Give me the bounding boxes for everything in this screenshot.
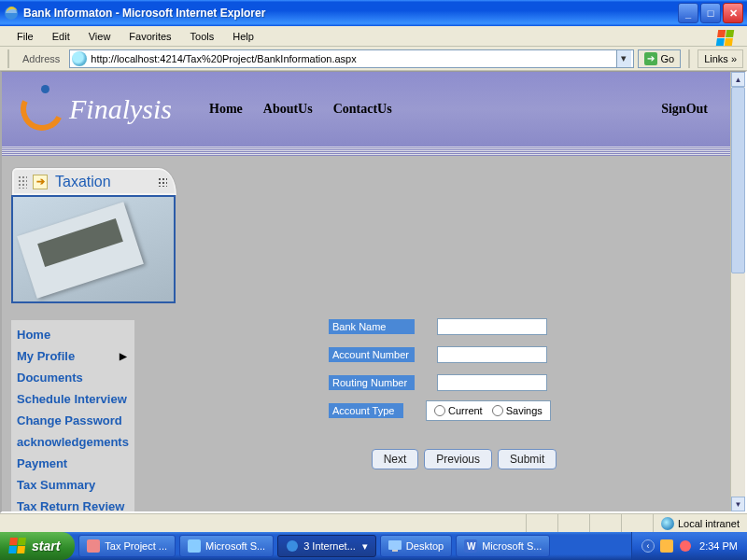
radio-savings-input[interactable]: [492, 405, 503, 416]
app-icon: [87, 539, 100, 553]
grip-separator: [7, 49, 9, 68]
radio-savings-text: Savings: [506, 405, 543, 416]
status-pane-main: [0, 514, 526, 532]
routing-number-input[interactable]: [437, 374, 547, 391]
start-button[interactable]: start: [0, 532, 75, 560]
sidebar-item-taxreturn[interactable]: Tax Return Review: [17, 496, 129, 511]
sidebar-item-home[interactable]: Home: [17, 324, 129, 345]
caret-right-icon: ▶: [120, 351, 127, 361]
scroll-track[interactable]: [731, 87, 745, 497]
sidebar-item-ack[interactable]: acknowledgements: [17, 431, 129, 453]
menu-view[interactable]: View: [79, 29, 120, 44]
sidebar-item-label: Tax Return Review: [17, 499, 124, 511]
form-row-routingnumber: Routing Number: [329, 372, 599, 393]
status-pane-1: [526, 514, 557, 532]
account-type-label: Account Type: [329, 403, 403, 418]
radio-current-label[interactable]: Current: [434, 405, 483, 416]
close-button[interactable]: ✕: [723, 3, 743, 23]
page-body: Finalysis Home AboutUs ContactUs SignOut…: [2, 72, 730, 511]
bank-name-input[interactable]: [437, 318, 547, 335]
sidebar-menu: Home My Profile▶ Documents Schedule Inte…: [11, 320, 134, 511]
tray-icon-1[interactable]: [660, 539, 673, 553]
scroll-thumb[interactable]: [731, 87, 745, 273]
address-box: ▾: [69, 49, 633, 68]
logo-mark-icon: [21, 88, 63, 131]
go-label: Go: [661, 53, 675, 64]
address-dropdown-button[interactable]: ▾: [616, 50, 631, 67]
grip-separator-2: [688, 49, 690, 68]
links-chevron-icon: »: [731, 53, 737, 64]
sidebar-item-documents[interactable]: Documents: [17, 367, 129, 388]
taskbar-item-mss1[interactable]: Microsoft S...: [179, 535, 274, 557]
sidebar-item-label: Documents: [17, 371, 83, 385]
sidebar-item-changepw[interactable]: Change Password: [17, 410, 129, 431]
nav-signout[interactable]: SignOut: [661, 102, 708, 117]
taskbar-item-taxproject[interactable]: Tax Project ...: [78, 535, 176, 557]
page-icon: [72, 51, 87, 66]
status-pane-zone: Local intranet: [653, 514, 747, 532]
sidebar-item-label: Schedule Interview: [17, 392, 127, 406]
zone-label: Local intranet: [678, 518, 740, 529]
svg-rect-1: [87, 539, 100, 553]
svg-rect-2: [188, 539, 201, 553]
tray-collapse-button[interactable]: ‹: [641, 539, 655, 553]
bank-name-label: Bank Name: [329, 319, 415, 334]
next-button[interactable]: Next: [372, 449, 419, 469]
address-input[interactable]: [91, 50, 615, 67]
nav-about[interactable]: AboutUs: [263, 102, 313, 117]
menu-edit[interactable]: Edit: [43, 29, 79, 44]
links-button[interactable]: Links »: [698, 49, 743, 68]
nav-home[interactable]: Home: [209, 102, 243, 117]
windows-taskbar: start Tax Project ... Microsoft S... 3 I…: [0, 532, 747, 560]
radio-current-input[interactable]: [434, 405, 445, 416]
account-number-input[interactable]: [437, 346, 547, 363]
taskbar-item-label: Desktop: [406, 540, 444, 552]
go-button[interactable]: ➔ Go: [638, 49, 682, 68]
taskbar-item-internet[interactable]: 3 Internet... ▾: [277, 535, 376, 557]
windows-flag-icon[interactable]: [717, 28, 736, 45]
window-title-bar: Bank Informaton - Microsoft Internet Exp…: [0, 0, 747, 26]
sidebar-item-label: Change Password: [17, 413, 122, 427]
account-number-label: Account Number: [329, 347, 415, 362]
taskbar-clock[interactable]: 2:34 PM: [699, 540, 738, 552]
sidebar-item-payment[interactable]: Payment: [17, 453, 129, 474]
status-pane-4: [621, 514, 653, 532]
taskbar-item-label: 3 Internet...: [303, 540, 356, 552]
nav-contact[interactable]: ContactUs: [333, 102, 392, 117]
taskbar-item-desktop[interactable]: Desktop: [380, 535, 452, 557]
sidebar-item-taxsummary[interactable]: Tax Summary: [17, 474, 129, 496]
radio-savings-label[interactable]: Savings: [492, 405, 543, 416]
windows-logo-icon: [8, 538, 27, 554]
sidebar-item-myprofile[interactable]: My Profile▶: [17, 345, 129, 367]
scroll-down-button[interactable]: ▼: [731, 497, 745, 511]
menu-file[interactable]: File: [7, 29, 43, 44]
sidebar-item-schedule[interactable]: Schedule Interview: [17, 388, 129, 410]
svg-rect-4: [388, 540, 402, 550]
maximize-button[interactable]: □: [700, 3, 721, 23]
logo-text: Finalysis: [69, 93, 172, 125]
sidebar-image: [11, 195, 176, 303]
sidebar-item-label: My Profile: [17, 349, 75, 363]
submit-button[interactable]: Submit: [498, 449, 557, 469]
banner-nav: Home AboutUs ContactUs: [209, 102, 392, 117]
form-row-accountnumber: Account Number: [329, 344, 599, 365]
window-buttons: _ □ ✕: [678, 3, 743, 23]
previous-button[interactable]: Previous: [424, 449, 492, 469]
sidebar-heading: Taxation: [55, 174, 111, 190]
menu-help[interactable]: Help: [223, 29, 263, 44]
status-bar: Local intranet: [0, 513, 747, 532]
sidebar-heading-tab: ➔ Taxation: [11, 167, 177, 195]
minimize-button[interactable]: _: [678, 3, 698, 23]
tray-icon-2[interactable]: [679, 539, 692, 553]
menu-bar: File Edit View Favorites Tools Help: [0, 26, 747, 47]
vertical-scrollbar[interactable]: ▲ ▼: [730, 72, 745, 511]
bank-info-form: Bank Name Account Number Routing Number …: [329, 316, 599, 469]
radio-current-text: Current: [448, 405, 483, 416]
sidebar-item-label: Payment: [17, 456, 67, 470]
menu-favorites[interactable]: Favorites: [120, 29, 180, 44]
grip-icon: [18, 175, 27, 189]
sidebar-item-label: Home: [17, 328, 50, 342]
scroll-up-button[interactable]: ▲: [731, 72, 745, 87]
menu-tools[interactable]: Tools: [181, 29, 224, 44]
taskbar-item-mss2[interactable]: W Microsoft S...: [456, 535, 550, 557]
